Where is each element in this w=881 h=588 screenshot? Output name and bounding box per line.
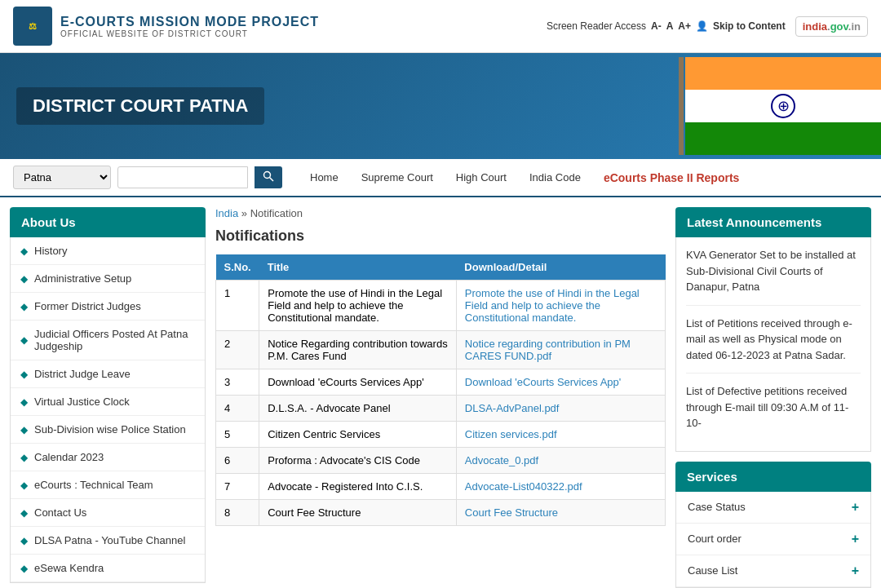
- search-input[interactable]: [117, 166, 248, 188]
- diamond-icon: ◆: [20, 334, 28, 346]
- sidebar-item[interactable]: ◆History: [11, 237, 205, 265]
- breadcrumb-home[interactable]: India: [215, 207, 238, 219]
- download-link[interactable]: Court Fee Structure: [465, 506, 558, 519]
- diamond-icon: ◆: [20, 396, 28, 408]
- cell-sno: 8: [216, 500, 259, 526]
- sidebar-item[interactable]: ◆Administrative Setup: [11, 265, 205, 293]
- sidebar-item[interactable]: ◆Judicial Officers Posted At Patna Judge…: [11, 321, 205, 360]
- download-link[interactable]: Citizen services.pdf: [465, 428, 557, 440]
- breadcrumb-current: Notification: [250, 207, 303, 219]
- diamond-icon: ◆: [20, 273, 28, 285]
- col-download: Download/Detail: [456, 254, 665, 281]
- service-label: Cause List: [688, 564, 737, 577]
- cell-sno: 5: [216, 422, 259, 448]
- cell-sno: 2: [216, 331, 259, 369]
- download-link[interactable]: Notice regarding contribution in PM CARE…: [465, 338, 631, 362]
- font-size-increase[interactable]: A+: [678, 20, 691, 32]
- cell-download[interactable]: Promote the use of Hindi in the Legal Fi…: [456, 281, 665, 331]
- cell-title: Court Fee Structure: [259, 500, 457, 526]
- cell-download[interactable]: Download 'eCourts Services App': [456, 369, 665, 396]
- col-sno: S.No.: [216, 254, 259, 281]
- breadcrumb-separator: »: [241, 207, 247, 219]
- sidebar-item[interactable]: ◆Contact Us: [11, 499, 205, 527]
- nav-supreme-court[interactable]: Supreme Court: [350, 161, 445, 193]
- india-gov-logo[interactable]: india.gov.in: [795, 16, 868, 37]
- banner: DISTRICT COURT PATNA ⊕: [0, 53, 881, 159]
- right-panel: Latest Announcements KVA Generator Set t…: [675, 207, 871, 588]
- font-size-decrease[interactable]: A-: [651, 20, 662, 32]
- cell-download[interactable]: Notice regarding contribution in PM CARE…: [456, 331, 665, 369]
- diamond-icon: ◆: [20, 535, 28, 546]
- cell-download[interactable]: DLSA-AdvPanel.pdf: [456, 396, 665, 422]
- flag-pole: [679, 57, 684, 155]
- announcement-item: List of Defective petitions received thr…: [686, 383, 861, 441]
- announcement-item: List of Petitions received through e-mai…: [686, 316, 861, 374]
- svg-point-2: [264, 172, 271, 179]
- page-title: Notifications: [215, 228, 666, 245]
- search-button[interactable]: [255, 166, 282, 188]
- diamond-icon: ◆: [20, 245, 28, 257]
- cell-download[interactable]: Advocate-List040322.pdf: [456, 474, 665, 500]
- table-row: 3 Download 'eCourts Services App' Downlo…: [216, 369, 666, 396]
- india-gov-text: india.gov.in: [803, 20, 861, 33]
- sidebar: About Us ◆History◆Administrative Setup◆F…: [10, 207, 206, 588]
- cell-sno: 7: [216, 474, 259, 500]
- sidebar-item[interactable]: ◆Sub-Division wise Police Station: [11, 416, 205, 444]
- download-link[interactable]: DLSA-AdvPanel.pdf: [465, 402, 560, 414]
- nav-ecourts-reports[interactable]: eCourts Phase II Reports: [592, 161, 751, 194]
- download-link[interactable]: Download 'eCourts Services App': [465, 376, 621, 388]
- nav-home[interactable]: Home: [299, 161, 350, 193]
- font-size-normal[interactable]: A: [666, 20, 674, 32]
- cell-download[interactable]: Advocate_0.pdf: [456, 448, 665, 474]
- header: ⚖ E-COURTS MISSION MODE PROJECT OFFICIAL…: [0, 0, 881, 53]
- service-item[interactable]: Cause List+: [676, 555, 870, 587]
- sidebar-item[interactable]: ◆Calendar 2023: [11, 444, 205, 471]
- sidebar-item[interactable]: ◆eSewa Kendra: [11, 555, 205, 582]
- diamond-icon: ◆: [20, 563, 28, 574]
- download-link[interactable]: Promote the use of Hindi in the Legal Fi…: [465, 287, 640, 324]
- diamond-icon: ◆: [20, 301, 28, 312]
- sidebar-item[interactable]: ◆DLSA Patna - YouTube Channel: [11, 527, 205, 555]
- sidebar-items-list: ◆History◆Administrative Setup◆Former Dis…: [10, 237, 206, 583]
- cell-title: Download 'eCourts Services App': [259, 369, 457, 396]
- download-link[interactable]: Advocate_0.pdf: [465, 454, 538, 466]
- ashoka-chakra: ⊕: [771, 94, 795, 118]
- sidebar-item[interactable]: ◆District Judge Leave: [11, 360, 205, 388]
- cell-title: Proforma : Advocate's CIS Code: [259, 448, 457, 474]
- sidebar-item[interactable]: ◆eCourts : Technical Team: [11, 471, 205, 499]
- announcement-item: KVA Generator Set to be installed at Sub…: [686, 247, 861, 306]
- announcements-header: Latest Announcements: [675, 207, 871, 237]
- nav-high-court[interactable]: High Court: [445, 161, 518, 193]
- diamond-icon: ◆: [20, 369, 28, 380]
- skip-to-content[interactable]: Skip to Content: [713, 20, 786, 32]
- table-row: 6 Proforma : Advocate's CIS Code Advocat…: [216, 448, 666, 474]
- service-label: Court order: [688, 533, 742, 545]
- cell-download[interactable]: Court Fee Structure: [456, 500, 665, 526]
- cell-sno: 4: [216, 396, 259, 422]
- expand-icon: +: [852, 500, 859, 515]
- flag-green: [685, 122, 881, 155]
- sidebar-item[interactable]: ◆Virtual Justice Clock: [11, 388, 205, 416]
- svg-line-3: [270, 178, 274, 182]
- court-select[interactable]: Patna Nalanda Bhojpur: [13, 166, 111, 189]
- services-body: Case Status+Court order+Cause List+: [675, 492, 871, 588]
- table-row: 1 Promote the use of Hindi in the Legal …: [216, 281, 666, 331]
- service-item[interactable]: Case Status+: [676, 492, 870, 524]
- breadcrumb: India » Notification: [215, 207, 666, 219]
- about-us-header: About Us: [10, 207, 206, 237]
- diamond-icon: ◆: [20, 480, 28, 491]
- ecourts-logo: ⚖: [13, 7, 52, 46]
- service-item[interactable]: Court order+: [676, 524, 870, 555]
- flag-saffron: [685, 57, 881, 90]
- cell-title: Advocate - Registered Into C.I.S.: [259, 474, 457, 500]
- download-link[interactable]: Advocate-List040322.pdf: [465, 480, 582, 493]
- cell-sno: 3: [216, 369, 259, 396]
- table-row: 2 Notice Regarding contribution towards …: [216, 331, 666, 369]
- table-row: 5 Citizen Centric Services Citizen servi…: [216, 422, 666, 448]
- svg-text:⚖: ⚖: [29, 21, 37, 31]
- expand-icon: +: [852, 532, 859, 546]
- nav-india-code[interactable]: India Code: [518, 161, 592, 193]
- cell-download[interactable]: Citizen services.pdf: [456, 422, 665, 448]
- services-header: Services: [675, 462, 871, 492]
- sidebar-item[interactable]: ◆Former District Judges: [11, 293, 205, 321]
